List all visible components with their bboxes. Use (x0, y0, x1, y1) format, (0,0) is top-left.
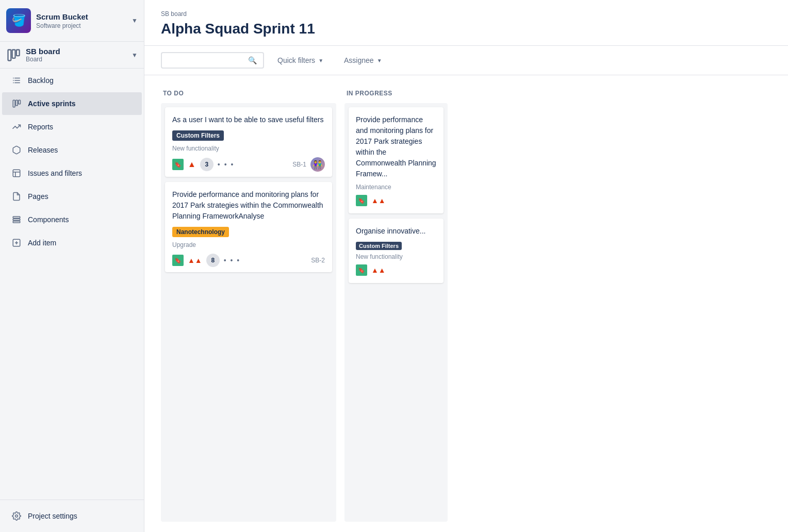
svg-point-21 (15, 515, 18, 518)
search-box[interactable]: 🔍 (161, 52, 264, 69)
card-ip-2-subtitle: New functionality (356, 253, 436, 260)
column-todo: TO DO As a user I want to be able to sav… (161, 86, 336, 522)
card-sb-2-footer-right: SB-2 (311, 257, 325, 264)
card-sb-1-story-points: 3 (200, 158, 214, 171)
bookmark-icon-ip2: 🔖 (356, 264, 367, 276)
card-sb-2-tag: Nanotechnology (172, 227, 229, 237)
sidebar-item-reports[interactable]: Reports (2, 115, 142, 138)
svg-rect-7 (13, 82, 14, 84)
svg-rect-0 (8, 49, 11, 60)
priority-highest-icon: ▲▲ (188, 256, 202, 264)
sidebar-item-reports-label: Reports (28, 123, 53, 131)
svg-rect-6 (14, 80, 20, 81)
card-sb-1[interactable]: As a user I want to be able to save usef… (165, 107, 332, 177)
sidebar: 🪣 Scrum Bucket Software project ▼ SB boa… (0, 0, 144, 532)
sidebar-item-active-sprints-label: Active sprints (28, 99, 76, 108)
board-chevron-icon: ▼ (132, 52, 138, 59)
settings-icon (10, 510, 23, 522)
search-input[interactable] (168, 56, 244, 64)
card-sb-1-footer-right: SB-1 👫 (292, 157, 325, 172)
sidebar-item-add-item-label: Add item (28, 239, 56, 247)
priority-ip1-icon: ▲▲ (371, 196, 386, 205)
sidebar-item-active-sprints[interactable]: Active sprints (2, 92, 142, 115)
card-ip-2[interactable]: Organise innovative... Custom Filters Ne… (349, 219, 444, 283)
sidebar-nav: Backlog Active sprints Reports (0, 69, 144, 500)
sidebar-item-releases-label: Releases (28, 146, 58, 154)
svg-rect-9 (13, 100, 15, 107)
issues-icon (10, 167, 23, 179)
sidebar-item-issues-filters[interactable]: Issues and filters (2, 162, 142, 185)
add-icon (10, 237, 23, 249)
sidebar-item-backlog-label: Backlog (28, 76, 54, 85)
svg-rect-12 (13, 170, 20, 177)
svg-rect-16 (13, 219, 20, 221)
svg-rect-3 (13, 78, 14, 79)
sidebar-item-project-settings-label: Project settings (28, 512, 77, 520)
card-sb-1-tag: Custom Filters (172, 130, 224, 141)
svg-rect-17 (13, 221, 20, 223)
card-sb-2[interactable]: Provide performance and monitoring plans… (165, 182, 332, 272)
board-sublabel: Board (26, 56, 132, 63)
quick-filters-label: Quick filters (277, 56, 315, 64)
toolbar: 🔍 Quick filters ▼ Assignee ▼ (144, 46, 788, 75)
card-sb-1-subtitle: New functionality (172, 145, 325, 152)
project-info: Scrum Bucket Software project (36, 12, 132, 29)
svg-rect-8 (14, 82, 20, 84)
assignee-button[interactable]: Assignee ▼ (337, 53, 389, 68)
main-header: SB board Alpha Squad Sprint 11 (144, 0, 788, 46)
column-in-progress-body: Provide performance and monitoring plans… (344, 103, 448, 522)
column-in-progress: IN PROGRESS Provide performance and moni… (344, 86, 448, 522)
project-type: Software project (36, 22, 132, 29)
list-icon (10, 74, 23, 87)
priority-ip2-icon: ▲▲ (371, 266, 386, 274)
sidebar-board-item[interactable]: SB board Board ▼ (0, 42, 144, 69)
project-header[interactable]: 🪣 Scrum Bucket Software project ▼ (0, 0, 144, 42)
releases-icon (10, 144, 23, 156)
project-avatar: 🪣 (6, 8, 31, 33)
sidebar-item-add-item[interactable]: Add item (2, 231, 142, 254)
card-sb-2-id: SB-2 (311, 257, 325, 264)
card-ip-1-title: Provide performance and monitoring plans… (356, 114, 436, 179)
bookmark-icon-ip1: 🔖 (356, 195, 367, 206)
card-ip-1-footer: 🔖 ▲▲ (356, 195, 436, 206)
card-sb-2-footer-left: 🔖 ▲▲ 8 • • • (172, 254, 240, 267)
card-sb-2-story-points: 8 (206, 254, 220, 267)
card-sb-1-title: As a user I want to be able to save usef… (172, 114, 325, 125)
breadcrumb: SB board (161, 10, 771, 18)
board-area: TO DO As a user I want to be able to sav… (144, 75, 788, 532)
card-sb-1-footer: 🔖 ▲ 3 • • • SB-1 👫 (172, 157, 325, 172)
project-name: Scrum Bucket (36, 12, 132, 22)
column-todo-body: As a user I want to be able to save usef… (161, 103, 336, 522)
svg-rect-10 (16, 100, 18, 106)
card-sb-2-footer: 🔖 ▲▲ 8 • • • SB-2 (172, 254, 325, 267)
sidebar-item-releases[interactable]: Releases (2, 139, 142, 161)
sidebar-item-backlog[interactable]: Backlog (2, 69, 142, 92)
svg-rect-5 (13, 80, 14, 81)
project-avatar-image: 🪣 (6, 8, 31, 33)
card-ip-2-tag: Custom Filters (356, 242, 402, 250)
card-ip-2-title: Organise innovative... (356, 226, 436, 237)
sidebar-item-project-settings[interactable]: Project settings (2, 505, 142, 527)
board-label: SB board (26, 47, 132, 56)
svg-rect-15 (13, 217, 20, 218)
priority-high-icon: ▲ (188, 160, 196, 169)
column-todo-header: TO DO (161, 86, 336, 103)
quick-filters-button[interactable]: Quick filters ▼ (270, 53, 331, 68)
pages-icon (10, 190, 23, 203)
sidebar-bottom: Project settings (0, 500, 144, 532)
sidebar-item-components[interactable]: Components (2, 208, 142, 231)
svg-rect-2 (17, 49, 20, 56)
card-sb-1-footer-left: 🔖 ▲ 3 • • • (172, 158, 234, 171)
card-sb-2-title: Provide performance and monitoring plans… (172, 189, 325, 222)
card-ip-1[interactable]: Provide performance and monitoring plans… (349, 107, 444, 213)
svg-rect-1 (12, 49, 15, 58)
sidebar-item-issues-filters-label: Issues and filters (28, 169, 82, 177)
card-ip-2-footer: 🔖 ▲▲ (356, 264, 436, 276)
page-title: Alpha Squad Sprint 11 (161, 21, 771, 37)
project-chevron-icon: ▼ (132, 17, 138, 24)
card-sb-2-dots: • • • (224, 256, 240, 264)
sidebar-item-pages[interactable]: Pages (2, 185, 142, 208)
board-nav-icon (10, 97, 23, 110)
sidebar-item-components-label: Components (28, 215, 69, 224)
assignee-chevron-icon: ▼ (377, 58, 382, 63)
